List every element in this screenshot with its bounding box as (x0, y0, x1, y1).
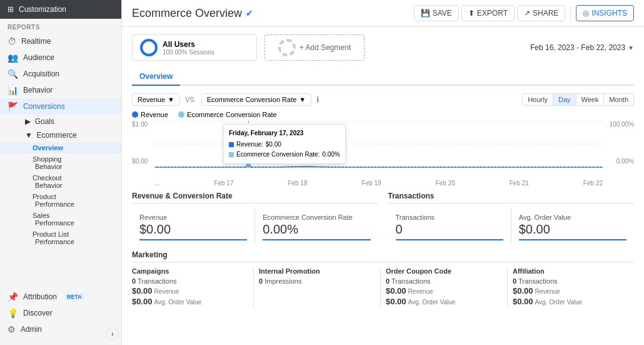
metric-conversion-rate: Ecommerce Conversion Rate 0.00% (255, 209, 378, 245)
legend-conversion-label: Ecommerce Conversion Rate (187, 111, 277, 118)
ecommerce-label: Ecommerce (37, 131, 77, 140)
coupon-count: 0 (386, 277, 390, 285)
date-range-arrow: ▼ (628, 44, 634, 51)
metric2-dropdown[interactable]: Ecommerce Conversion Rate ▼ (201, 93, 312, 106)
admin-label: Admin (21, 325, 42, 334)
sidebar-item-acquisition[interactable]: 🔍 Acquisition (0, 66, 121, 82)
tooltip-date: Friday, February 17, 2023 (229, 128, 340, 138)
affiliation-trans-label: Transactions (518, 277, 558, 285)
date-range-label: Feb 16, 2023 - Feb 22, 2023 (530, 43, 625, 52)
metric-conversion-label: Ecommerce Conversion Rate (263, 214, 370, 221)
tab-overview-label: Overview (139, 72, 173, 81)
sidebar-sub-ecommerce[interactable]: ▼ Ecommerce (0, 128, 121, 142)
attribution-label: Attribution (23, 292, 57, 301)
tab-bar: Overview (132, 68, 634, 86)
product-perf-sub: Performance (33, 200, 74, 208)
campaigns-transactions: 0 Transactions (132, 277, 248, 285)
save-button[interactable]: 💾 SAVE (414, 5, 459, 21)
metric2-arrow: ▼ (299, 96, 306, 103)
discover-icon: 💡 (8, 308, 18, 318)
y-left-top: $1.00 (132, 121, 148, 128)
verified-icon: ✔ (246, 8, 253, 18)
metric1-dropdown[interactable]: Revenue ▼ (132, 93, 180, 106)
time-btn-week[interactable]: Week (576, 93, 605, 106)
marketing-coupon: Order Coupon Code 0 Transactions $0.00 R… (381, 267, 508, 307)
content-area: All Users 100.00% Sessions + Add Segment… (122, 27, 644, 345)
export-icon: ⬆ (468, 9, 475, 18)
coupon-header: Order Coupon Code (386, 267, 502, 275)
share-label: SHARE (533, 9, 558, 18)
sidebar-sub-product-list[interactable]: Product List Performance (0, 229, 121, 247)
sidebar-sub-shopping[interactable]: Shopping Behavior (0, 153, 121, 172)
add-segment-button[interactable]: + Add Segment (264, 34, 365, 61)
marketing-header: Marketing (132, 250, 634, 262)
coupon-trans-label: Transactions (391, 277, 431, 285)
sidebar-item-behavior[interactable]: 📊 Behavior (0, 82, 121, 98)
product-list-sub: Performance (33, 238, 74, 245)
x-label-4: Feb 20 (436, 180, 455, 187)
sidebar-item-conversions[interactable]: 🚩 Conversions (0, 98, 121, 115)
collapse-button[interactable]: ‹ (106, 327, 119, 340)
checkout-label: Checkout (33, 174, 61, 182)
add-segment-ring (278, 39, 296, 56)
sidebar-item-discover[interactable]: 💡 Discover (0, 305, 121, 321)
sidebar-sub-overview[interactable]: Overview (0, 142, 121, 153)
share-button[interactable]: ↗ SHARE (517, 5, 565, 21)
chart-legend: Revenue Ecommerce Conversion Rate (132, 111, 634, 118)
sidebar-sub-sales-perf[interactable]: Sales Performance (0, 210, 121, 229)
beta-badge: BETA (64, 293, 84, 301)
product-perf-label: Product (33, 193, 56, 200)
affiliation-revenue: $0.00 Revenue (513, 286, 629, 296)
revenue-conversion-section: Revenue & Conversion Rate Revenue $0.00 … (132, 192, 378, 245)
sidebar-sub-checkout[interactable]: Checkout Behavior (0, 172, 121, 191)
goals-label: Goals (35, 117, 54, 126)
internal-promo-label: Impressions (264, 277, 301, 285)
acquisition-icon: 🔍 (8, 69, 18, 79)
chart-controls: Revenue ▼ VS. Ecommerce Conversion Rate … (132, 93, 634, 106)
ecommerce-arrow: ▼ (25, 131, 33, 140)
vs-label: VS. (185, 96, 196, 103)
conversions-icon: 🚩 (8, 101, 18, 111)
x-label-3: Feb 19 (362, 180, 381, 187)
x-label-5: Feb 21 (510, 180, 529, 187)
time-btn-month[interactable]: Month (604, 93, 634, 106)
sidebar-sub-goals[interactable]: ▶ Goals (0, 115, 121, 128)
shopping-sub: Behavior (33, 163, 62, 170)
internal-promo-impressions: 0 Impressions (259, 277, 375, 285)
customization-label: Customization (19, 5, 66, 14)
sidebar-item-attribution[interactable]: 📌 Attribution BETA (0, 289, 121, 305)
save-icon: 💾 (421, 9, 430, 18)
sidebar-item-audience[interactable]: 👥 Audience (0, 49, 121, 66)
metric1-label: Revenue (138, 96, 165, 103)
transactions-section: Transactions Transactions 0 Avg. Order V… (388, 192, 635, 245)
metric-transactions-label: Transactions (396, 214, 503, 221)
date-range-picker[interactable]: Feb 16, 2023 - Feb 22, 2023 ▼ (530, 43, 634, 52)
all-users-segment[interactable]: All Users 100.00% Sessions (132, 34, 257, 61)
info-icon[interactable]: ℹ (316, 95, 319, 104)
metric-conversion-underline (263, 239, 370, 240)
tab-overview[interactable]: Overview (132, 68, 180, 86)
sidebar-item-admin[interactable]: ⚙ Admin (0, 321, 121, 337)
metric-revenue-label: Revenue (139, 214, 247, 221)
coupon-avg-val: $0.00 (386, 297, 406, 306)
time-btn-hourly[interactable]: Hourly (522, 93, 553, 106)
affiliation-avg-val: $0.00 (513, 297, 533, 306)
checkout-sub: Behavior (33, 182, 62, 189)
attribution-icon: 📌 (8, 292, 18, 302)
y-right-bottom: 0.00% (610, 158, 634, 165)
affiliation-avg-order: $0.00 Avg. Order Value (513, 297, 629, 306)
export-button[interactable]: ⬆ EXPORT (461, 5, 515, 21)
time-btn-day[interactable]: Day (553, 93, 576, 106)
affiliation-avg-label: Avg. Order Value (535, 299, 583, 306)
behavior-icon: 📊 (8, 85, 18, 95)
sales-perf-sub: Performance (33, 219, 74, 227)
metric2-label: Ecommerce Conversion Rate (207, 96, 297, 103)
add-segment-label: + Add Segment (299, 43, 351, 52)
sidebar-item-realtime[interactable]: ⏱ Realtime (0, 33, 121, 49)
x-label-2: Feb 18 (288, 180, 307, 187)
insights-icon: ◎ (583, 9, 589, 18)
insights-button[interactable]: ◎ INSIGHTS (576, 5, 634, 21)
marketing-grid: Campaigns 0 Transactions $0.00 Revenue $… (132, 267, 634, 307)
save-label: SAVE (433, 9, 452, 18)
sidebar-sub-product-perf[interactable]: Product Performance (0, 191, 121, 210)
